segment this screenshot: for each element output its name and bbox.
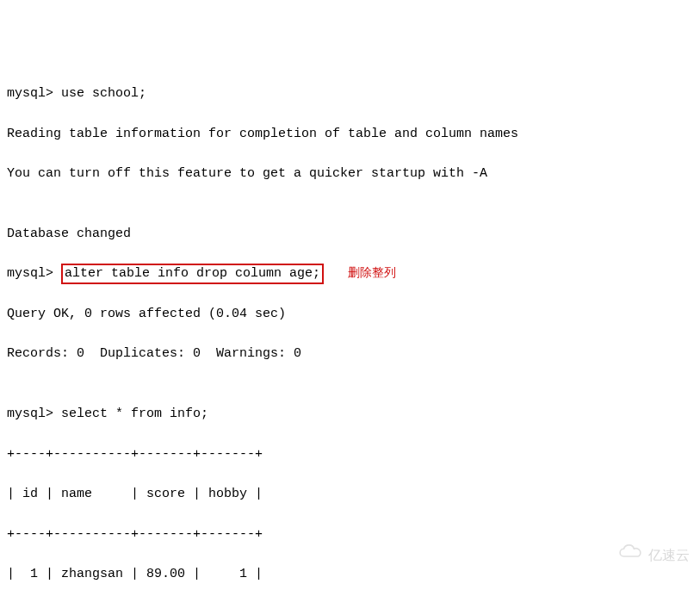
highlight-alter-table: alter table info drop column age; (61, 264, 324, 284)
watermark: 亿速云 (602, 523, 690, 589)
terminal-line: You can turn off this feature to get a q… (7, 164, 693, 183)
terminal-line: Database changed (7, 224, 693, 244)
terminal-line: Records: 0 Duplicates: 0 Warnings: 0 (7, 344, 693, 363)
table-border: +----+----------+-------+-------+ (7, 444, 693, 464)
annotation-delete-column: 删除整列 (348, 264, 396, 282)
terminal-line: mysql> use school; (7, 84, 693, 103)
terminal-line: Reading table information for completion… (7, 124, 693, 144)
mysql-prompt: mysql> (7, 266, 61, 281)
table-header: | id | name | score | hobby | (7, 484, 693, 504)
terminal-line-highlighted: mysql> alter table info drop column age;… (7, 264, 693, 283)
watermark-text: 亿速云 (648, 545, 690, 567)
table-border: +----+----------+-------+-------+ (7, 525, 693, 544)
terminal-line: Query OK, 0 rows affected (0.04 sec) (7, 304, 693, 324)
table-row: | 1 | zhangsan | 89.00 | 1 | (7, 564, 693, 584)
cloud-icon (602, 523, 643, 589)
terminal-line: mysql> select * from info; (7, 404, 693, 424)
